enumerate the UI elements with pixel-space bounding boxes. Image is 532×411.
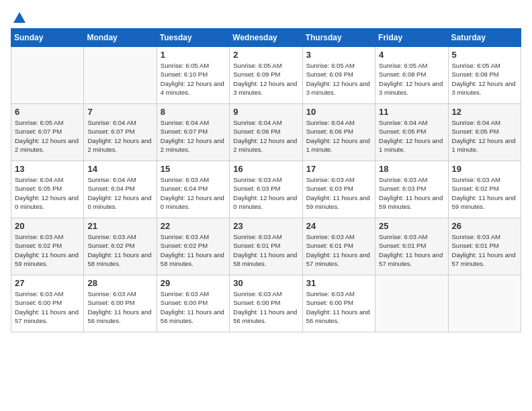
calendar-week-5: 27Sunrise: 6:03 AM Sunset: 6:00 PM Dayli… — [11, 275, 521, 332]
calendar-week-1: 1Sunrise: 6:05 AM Sunset: 6:10 PM Daylig… — [11, 47, 521, 104]
weekday-header-friday: Friday — [375, 29, 448, 47]
calendar-cell: 22Sunrise: 6:03 AM Sunset: 6:02 PM Dayli… — [157, 218, 229, 275]
calendar-cell: 30Sunrise: 6:03 AM Sunset: 6:00 PM Dayli… — [230, 275, 302, 332]
day-info: Sunrise: 6:03 AM Sunset: 6:01 PM Dayligh… — [306, 232, 371, 268]
day-info: Sunrise: 6:03 AM Sunset: 6:00 PM Dayligh… — [15, 289, 80, 325]
day-number: 22 — [161, 221, 226, 231]
day-number: 11 — [379, 107, 444, 117]
day-info: Sunrise: 6:03 AM Sunset: 6:03 PM Dayligh… — [233, 175, 298, 211]
day-number: 7 — [87, 107, 152, 117]
day-info: Sunrise: 6:04 AM Sunset: 6:06 PM Dayligh… — [306, 118, 371, 154]
calendar-header-row: SundayMondayTuesdayWednesdayThursdayFrid… — [11, 29, 521, 47]
day-number: 26 — [452, 221, 517, 231]
calendar-cell: 11Sunrise: 6:04 AM Sunset: 6:05 PM Dayli… — [375, 104, 448, 161]
day-number: 10 — [306, 107, 371, 117]
day-number: 14 — [87, 164, 152, 174]
calendar-cell: 13Sunrise: 6:04 AM Sunset: 6:05 PM Dayli… — [11, 161, 84, 218]
day-number: 25 — [379, 221, 444, 231]
day-info: Sunrise: 6:04 AM Sunset: 6:05 PM Dayligh… — [15, 175, 80, 211]
calendar-cell: 26Sunrise: 6:03 AM Sunset: 6:01 PM Dayli… — [448, 218, 521, 275]
day-info: Sunrise: 6:04 AM Sunset: 6:05 PM Dayligh… — [379, 118, 444, 154]
day-number: 9 — [233, 107, 298, 117]
day-info: Sunrise: 6:04 AM Sunset: 6:06 PM Dayligh… — [233, 118, 298, 154]
calendar-cell — [11, 47, 84, 104]
day-number: 2 — [233, 50, 298, 60]
day-number: 21 — [87, 221, 152, 231]
logo-icon — [12, 11, 27, 26]
day-number: 24 — [306, 221, 371, 231]
calendar-cell: 12Sunrise: 6:04 AM Sunset: 6:05 PM Dayli… — [448, 104, 521, 161]
day-number: 20 — [15, 221, 80, 231]
day-info: Sunrise: 6:05 AM Sunset: 6:08 PM Dayligh… — [452, 61, 517, 97]
calendar-cell: 25Sunrise: 6:03 AM Sunset: 6:01 PM Dayli… — [375, 218, 448, 275]
calendar-cell: 27Sunrise: 6:03 AM Sunset: 6:00 PM Dayli… — [11, 275, 84, 332]
day-number: 29 — [161, 278, 226, 288]
calendar-cell: 2Sunrise: 6:05 AM Sunset: 6:09 PM Daylig… — [230, 47, 302, 104]
calendar-cell: 3Sunrise: 6:05 AM Sunset: 6:09 PM Daylig… — [302, 47, 375, 104]
day-number: 15 — [161, 164, 226, 174]
day-number: 8 — [161, 107, 226, 117]
calendar-cell: 10Sunrise: 6:04 AM Sunset: 6:06 PM Dayli… — [302, 104, 375, 161]
calendar-cell: 6Sunrise: 6:05 AM Sunset: 6:07 PM Daylig… — [11, 104, 84, 161]
day-info: Sunrise: 6:03 AM Sunset: 6:02 PM Dayligh… — [161, 232, 226, 268]
calendar-cell: 15Sunrise: 6:03 AM Sunset: 6:04 PM Dayli… — [157, 161, 229, 218]
calendar-cell: 5Sunrise: 6:05 AM Sunset: 6:08 PM Daylig… — [448, 47, 521, 104]
day-info: Sunrise: 6:05 AM Sunset: 6:09 PM Dayligh… — [306, 61, 371, 97]
day-info: Sunrise: 6:05 AM Sunset: 6:09 PM Dayligh… — [233, 61, 298, 97]
day-number: 5 — [452, 50, 517, 60]
day-info: Sunrise: 6:03 AM Sunset: 6:02 PM Dayligh… — [15, 232, 80, 268]
calendar-cell: 28Sunrise: 6:03 AM Sunset: 6:00 PM Dayli… — [84, 275, 157, 332]
day-info: Sunrise: 6:04 AM Sunset: 6:07 PM Dayligh… — [161, 118, 226, 154]
calendar-cell: 7Sunrise: 6:04 AM Sunset: 6:07 PM Daylig… — [84, 104, 157, 161]
day-number: 13 — [15, 164, 80, 174]
calendar-cell: 1Sunrise: 6:05 AM Sunset: 6:10 PM Daylig… — [157, 47, 229, 104]
day-number: 3 — [306, 50, 371, 60]
day-number: 18 — [379, 164, 444, 174]
day-info: Sunrise: 6:03 AM Sunset: 6:00 PM Dayligh… — [87, 289, 152, 325]
day-info: Sunrise: 6:05 AM Sunset: 6:10 PM Dayligh… — [161, 61, 226, 97]
day-number: 17 — [306, 164, 371, 174]
calendar-cell — [375, 275, 448, 332]
day-number: 16 — [233, 164, 298, 174]
day-info: Sunrise: 6:03 AM Sunset: 6:01 PM Dayligh… — [452, 232, 517, 268]
day-info: Sunrise: 6:03 AM Sunset: 6:00 PM Dayligh… — [161, 289, 226, 325]
calendar-cell: 31Sunrise: 6:03 AM Sunset: 6:00 PM Dayli… — [302, 275, 375, 332]
day-info: Sunrise: 6:05 AM Sunset: 6:07 PM Dayligh… — [15, 118, 80, 154]
day-info: Sunrise: 6:03 AM Sunset: 6:01 PM Dayligh… — [233, 232, 298, 268]
weekday-header-tuesday: Tuesday — [157, 29, 229, 47]
day-info: Sunrise: 6:03 AM Sunset: 6:03 PM Dayligh… — [306, 175, 371, 211]
day-number: 23 — [233, 221, 298, 231]
weekday-header-wednesday: Wednesday — [230, 29, 302, 47]
logo — [11, 11, 27, 23]
day-info: Sunrise: 6:03 AM Sunset: 6:00 PM Dayligh… — [233, 289, 298, 325]
page-header — [11, 11, 521, 23]
day-number: 6 — [15, 107, 80, 117]
day-info: Sunrise: 6:04 AM Sunset: 6:07 PM Dayligh… — [87, 118, 152, 154]
day-info: Sunrise: 6:05 AM Sunset: 6:08 PM Dayligh… — [379, 61, 444, 97]
calendar-cell: 21Sunrise: 6:03 AM Sunset: 6:02 PM Dayli… — [84, 218, 157, 275]
calendar-cell: 4Sunrise: 6:05 AM Sunset: 6:08 PM Daylig… — [375, 47, 448, 104]
day-number: 12 — [452, 107, 517, 117]
calendar-cell: 23Sunrise: 6:03 AM Sunset: 6:01 PM Dayli… — [230, 218, 302, 275]
day-number: 30 — [233, 278, 298, 288]
weekday-header-monday: Monday — [84, 29, 157, 47]
day-info: Sunrise: 6:04 AM Sunset: 6:05 PM Dayligh… — [452, 118, 517, 154]
calendar-cell — [84, 47, 157, 104]
day-number: 31 — [306, 278, 371, 288]
calendar-cell: 14Sunrise: 6:04 AM Sunset: 6:04 PM Dayli… — [84, 161, 157, 218]
svg-marker-0 — [13, 12, 26, 23]
calendar-cell — [448, 275, 521, 332]
day-number: 4 — [379, 50, 444, 60]
calendar-week-2: 6Sunrise: 6:05 AM Sunset: 6:07 PM Daylig… — [11, 104, 521, 161]
calendar-cell: 18Sunrise: 6:03 AM Sunset: 6:03 PM Dayli… — [375, 161, 448, 218]
day-info: Sunrise: 6:03 AM Sunset: 6:04 PM Dayligh… — [161, 175, 226, 211]
calendar-cell: 29Sunrise: 6:03 AM Sunset: 6:00 PM Dayli… — [157, 275, 229, 332]
day-info: Sunrise: 6:03 AM Sunset: 6:02 PM Dayligh… — [452, 175, 517, 211]
day-info: Sunrise: 6:03 AM Sunset: 6:03 PM Dayligh… — [379, 175, 444, 211]
weekday-header-thursday: Thursday — [302, 29, 375, 47]
weekday-header-sunday: Sunday — [11, 29, 84, 47]
day-info: Sunrise: 6:03 AM Sunset: 6:01 PM Dayligh… — [379, 232, 444, 268]
day-info: Sunrise: 6:04 AM Sunset: 6:04 PM Dayligh… — [87, 175, 152, 211]
calendar-cell: 24Sunrise: 6:03 AM Sunset: 6:01 PM Dayli… — [302, 218, 375, 275]
day-info: Sunrise: 6:03 AM Sunset: 6:00 PM Dayligh… — [306, 289, 371, 325]
